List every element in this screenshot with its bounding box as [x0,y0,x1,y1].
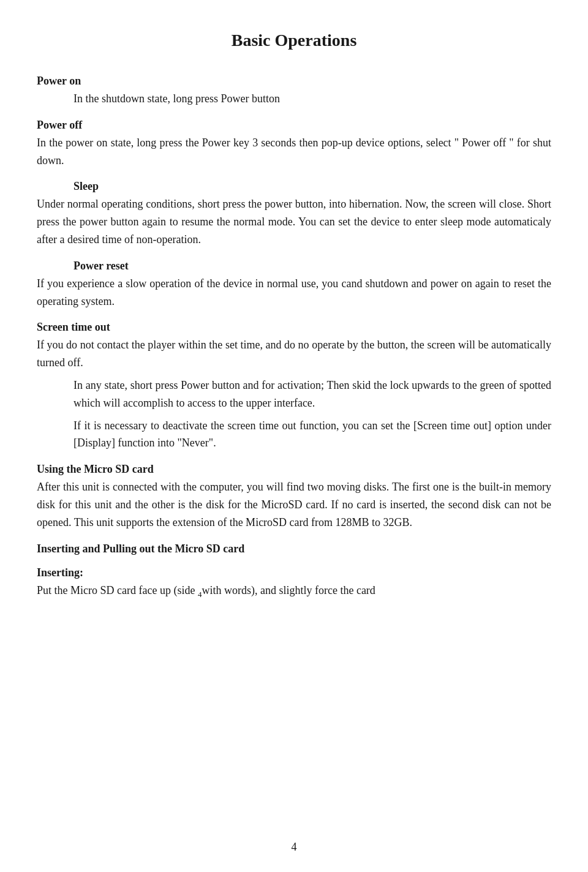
heading-power-reset: Power reset [74,260,551,272]
section-inserting: Inserting: Put the Micro SD card face up… [37,566,551,601]
heading-inserting: Inserting: [37,566,551,579]
heading-micro-sd: Using the Micro SD card [37,463,551,476]
section-sleep: Sleep Under normal operating conditions,… [37,180,551,248]
section-screen-time-out: Screen time out If you do not contact th… [37,321,551,452]
section-micro-sd: Using the Micro SD card After this unit … [37,463,551,531]
body-screen-time-out-3: If it is necessary to deactivate the scr… [74,417,551,453]
body-screen-time-out-2: In any state, short press Power button a… [74,377,551,412]
body-screen-time-out-1: If you do not contact the player within … [37,336,551,372]
heading-power-on: Power on [37,75,551,88]
heading-screen-time-out: Screen time out [37,321,551,334]
section-power-on: Power on In the shutdown state, long pre… [37,75,551,108]
body-power-off: In the power on state, long press the Po… [37,134,551,170]
page-title: Basic Operations [37,31,551,50]
section-power-reset: Power reset If you experience a slow ope… [37,260,551,310]
body-inserting: Put the Micro SD card face up (side 4wit… [37,582,551,601]
body-power-on: In the shutdown state, long press Power … [74,90,551,108]
body-sleep: Under normal operating conditions, short… [37,195,551,248]
page: Basic Operations Power on In the shutdow… [0,0,588,872]
body-power-reset: If you experience a slow operation of th… [37,275,551,310]
section-power-off: Power off In the power on state, long pr… [37,119,551,170]
body-micro-sd: After this unit is connected with the co… [37,478,551,531]
section-inserting-pulling: Inserting and Pulling out the Micro SD c… [37,543,551,555]
page-number: 4 [0,841,588,854]
heading-power-off: Power off [37,119,551,132]
heading-sleep: Sleep [74,180,551,193]
heading-inserting-pulling: Inserting and Pulling out the Micro SD c… [37,543,551,555]
